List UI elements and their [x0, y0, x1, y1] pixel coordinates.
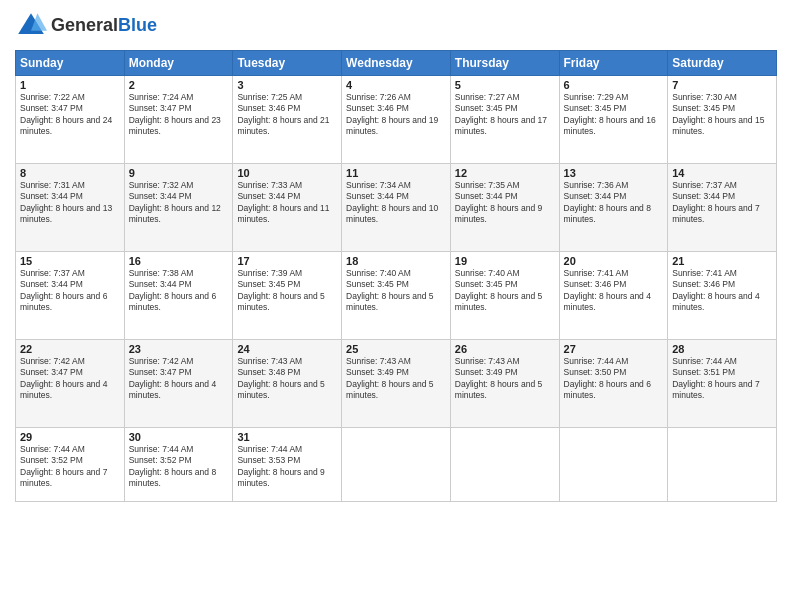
day-number: 22 — [20, 343, 120, 355]
calendar-cell: 9 Sunrise: 7:32 AMSunset: 3:44 PMDayligh… — [124, 164, 233, 252]
calendar-cell: 11 Sunrise: 7:34 AMSunset: 3:44 PMDaylig… — [342, 164, 451, 252]
cell-content: Sunrise: 7:42 AMSunset: 3:47 PMDaylight:… — [129, 356, 216, 400]
day-number: 28 — [672, 343, 772, 355]
day-number: 17 — [237, 255, 337, 267]
calendar-cell: 30 Sunrise: 7:44 AMSunset: 3:52 PMDaylig… — [124, 428, 233, 502]
cell-content: Sunrise: 7:24 AMSunset: 3:47 PMDaylight:… — [129, 92, 221, 136]
calendar-cell: 10 Sunrise: 7:33 AMSunset: 3:44 PMDaylig… — [233, 164, 342, 252]
day-number: 3 — [237, 79, 337, 91]
calendar-week-5: 29 Sunrise: 7:44 AMSunset: 3:52 PMDaylig… — [16, 428, 777, 502]
cell-content: Sunrise: 7:32 AMSunset: 3:44 PMDaylight:… — [129, 180, 221, 224]
cell-content: Sunrise: 7:37 AMSunset: 3:44 PMDaylight:… — [20, 268, 107, 312]
calendar-cell: 29 Sunrise: 7:44 AMSunset: 3:52 PMDaylig… — [16, 428, 125, 502]
day-number: 5 — [455, 79, 555, 91]
calendar-week-3: 15 Sunrise: 7:37 AMSunset: 3:44 PMDaylig… — [16, 252, 777, 340]
day-number: 4 — [346, 79, 446, 91]
cell-content: Sunrise: 7:27 AMSunset: 3:45 PMDaylight:… — [455, 92, 547, 136]
cell-content: Sunrise: 7:44 AMSunset: 3:52 PMDaylight:… — [129, 444, 216, 488]
calendar-cell: 15 Sunrise: 7:37 AMSunset: 3:44 PMDaylig… — [16, 252, 125, 340]
calendar-cell: 26 Sunrise: 7:43 AMSunset: 3:49 PMDaylig… — [450, 340, 559, 428]
day-number: 15 — [20, 255, 120, 267]
cell-content: Sunrise: 7:44 AMSunset: 3:51 PMDaylight:… — [672, 356, 759, 400]
day-number: 11 — [346, 167, 446, 179]
cell-content: Sunrise: 7:43 AMSunset: 3:49 PMDaylight:… — [346, 356, 433, 400]
calendar-cell: 17 Sunrise: 7:39 AMSunset: 3:45 PMDaylig… — [233, 252, 342, 340]
cell-content: Sunrise: 7:41 AMSunset: 3:46 PMDaylight:… — [564, 268, 651, 312]
calendar-cell: 8 Sunrise: 7:31 AMSunset: 3:44 PMDayligh… — [16, 164, 125, 252]
calendar-cell: 27 Sunrise: 7:44 AMSunset: 3:50 PMDaylig… — [559, 340, 668, 428]
calendar-cell: 23 Sunrise: 7:42 AMSunset: 3:47 PMDaylig… — [124, 340, 233, 428]
cell-content: Sunrise: 7:44 AMSunset: 3:50 PMDaylight:… — [564, 356, 651, 400]
calendar-cell — [342, 428, 451, 502]
cell-content: Sunrise: 7:43 AMSunset: 3:48 PMDaylight:… — [237, 356, 324, 400]
calendar-cell: 18 Sunrise: 7:40 AMSunset: 3:45 PMDaylig… — [342, 252, 451, 340]
cell-content: Sunrise: 7:29 AMSunset: 3:45 PMDaylight:… — [564, 92, 656, 136]
cell-content: Sunrise: 7:40 AMSunset: 3:45 PMDaylight:… — [346, 268, 433, 312]
calendar-week-2: 8 Sunrise: 7:31 AMSunset: 3:44 PMDayligh… — [16, 164, 777, 252]
cell-content: Sunrise: 7:30 AMSunset: 3:45 PMDaylight:… — [672, 92, 764, 136]
calendar-cell: 28 Sunrise: 7:44 AMSunset: 3:51 PMDaylig… — [668, 340, 777, 428]
day-of-week-tuesday: Tuesday — [233, 51, 342, 76]
calendar-cell — [450, 428, 559, 502]
calendar-cell: 22 Sunrise: 7:42 AMSunset: 3:47 PMDaylig… — [16, 340, 125, 428]
day-number: 2 — [129, 79, 229, 91]
cell-content: Sunrise: 7:42 AMSunset: 3:47 PMDaylight:… — [20, 356, 107, 400]
day-of-week-sunday: Sunday — [16, 51, 125, 76]
calendar-week-4: 22 Sunrise: 7:42 AMSunset: 3:47 PMDaylig… — [16, 340, 777, 428]
day-number: 24 — [237, 343, 337, 355]
day-number: 27 — [564, 343, 664, 355]
day-number: 6 — [564, 79, 664, 91]
day-of-week-saturday: Saturday — [668, 51, 777, 76]
logo-icon — [15, 10, 47, 42]
cell-content: Sunrise: 7:43 AMSunset: 3:49 PMDaylight:… — [455, 356, 542, 400]
day-number: 23 — [129, 343, 229, 355]
calendar-cell: 21 Sunrise: 7:41 AMSunset: 3:46 PMDaylig… — [668, 252, 777, 340]
day-number: 12 — [455, 167, 555, 179]
day-number: 10 — [237, 167, 337, 179]
day-number: 21 — [672, 255, 772, 267]
calendar-cell: 13 Sunrise: 7:36 AMSunset: 3:44 PMDaylig… — [559, 164, 668, 252]
calendar-cell: 12 Sunrise: 7:35 AMSunset: 3:44 PMDaylig… — [450, 164, 559, 252]
cell-content: Sunrise: 7:26 AMSunset: 3:46 PMDaylight:… — [346, 92, 438, 136]
day-number: 7 — [672, 79, 772, 91]
cell-content: Sunrise: 7:40 AMSunset: 3:45 PMDaylight:… — [455, 268, 542, 312]
day-number: 31 — [237, 431, 337, 443]
day-number: 8 — [20, 167, 120, 179]
day-number: 1 — [20, 79, 120, 91]
cell-content: Sunrise: 7:37 AMSunset: 3:44 PMDaylight:… — [672, 180, 759, 224]
calendar-cell: 25 Sunrise: 7:43 AMSunset: 3:49 PMDaylig… — [342, 340, 451, 428]
day-number: 13 — [564, 167, 664, 179]
calendar-cell — [668, 428, 777, 502]
cell-content: Sunrise: 7:33 AMSunset: 3:44 PMDaylight:… — [237, 180, 329, 224]
day-of-week-friday: Friday — [559, 51, 668, 76]
day-number: 26 — [455, 343, 555, 355]
calendar-cell: 5 Sunrise: 7:27 AMSunset: 3:45 PMDayligh… — [450, 76, 559, 164]
calendar-cell: 6 Sunrise: 7:29 AMSunset: 3:45 PMDayligh… — [559, 76, 668, 164]
cell-content: Sunrise: 7:41 AMSunset: 3:46 PMDaylight:… — [672, 268, 759, 312]
calendar-cell: 14 Sunrise: 7:37 AMSunset: 3:44 PMDaylig… — [668, 164, 777, 252]
calendar-cell: 4 Sunrise: 7:26 AMSunset: 3:46 PMDayligh… — [342, 76, 451, 164]
cell-content: Sunrise: 7:44 AMSunset: 3:52 PMDaylight:… — [20, 444, 107, 488]
calendar-cell: 1 Sunrise: 7:22 AMSunset: 3:47 PMDayligh… — [16, 76, 125, 164]
calendar-cell: 31 Sunrise: 7:44 AMSunset: 3:53 PMDaylig… — [233, 428, 342, 502]
day-of-week-wednesday: Wednesday — [342, 51, 451, 76]
cell-content: Sunrise: 7:22 AMSunset: 3:47 PMDaylight:… — [20, 92, 112, 136]
calendar: SundayMondayTuesdayWednesdayThursdayFrid… — [15, 50, 777, 502]
day-number: 9 — [129, 167, 229, 179]
day-number: 30 — [129, 431, 229, 443]
logo-text: GeneralBlue — [51, 16, 157, 36]
day-number: 16 — [129, 255, 229, 267]
cell-content: Sunrise: 7:38 AMSunset: 3:44 PMDaylight:… — [129, 268, 216, 312]
cell-content: Sunrise: 7:35 AMSunset: 3:44 PMDaylight:… — [455, 180, 542, 224]
calendar-cell: 19 Sunrise: 7:40 AMSunset: 3:45 PMDaylig… — [450, 252, 559, 340]
day-of-week-thursday: Thursday — [450, 51, 559, 76]
page: GeneralBlue SundayMondayTuesdayWednesday… — [0, 0, 792, 612]
cell-content: Sunrise: 7:25 AMSunset: 3:46 PMDaylight:… — [237, 92, 329, 136]
day-number: 18 — [346, 255, 446, 267]
cell-content: Sunrise: 7:31 AMSunset: 3:44 PMDaylight:… — [20, 180, 112, 224]
calendar-cell: 2 Sunrise: 7:24 AMSunset: 3:47 PMDayligh… — [124, 76, 233, 164]
day-number: 25 — [346, 343, 446, 355]
calendar-cell — [559, 428, 668, 502]
logo: GeneralBlue — [15, 10, 157, 42]
day-number: 14 — [672, 167, 772, 179]
